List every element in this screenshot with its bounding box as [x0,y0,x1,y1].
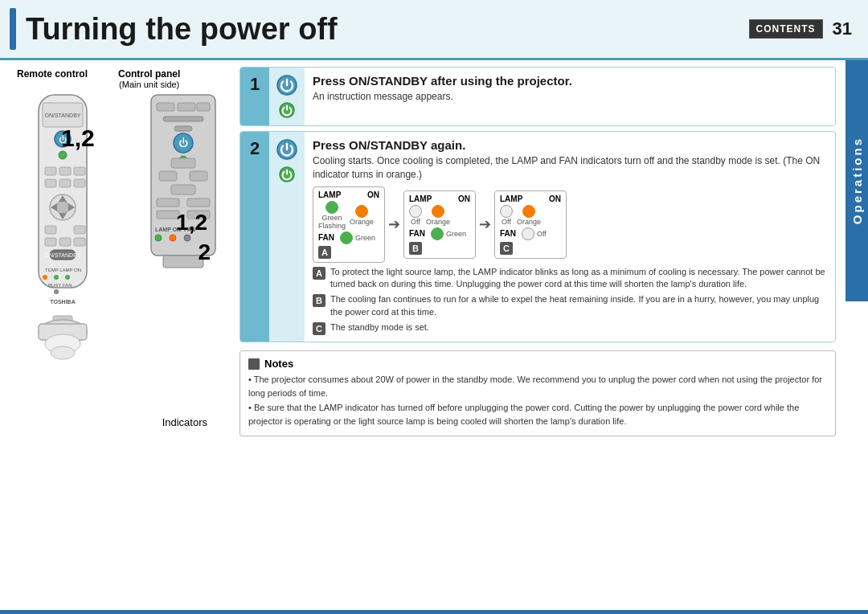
header-accent-bar [10,8,16,50]
indicator-box-b: LAMP ON Off Orange [403,190,476,259]
svg-rect-40 [197,103,210,111]
note-text-c: The standby mode is set. [330,321,429,334]
svg-point-56 [170,235,176,241]
note-items: A To protect the light source lamp, the … [313,266,827,336]
svg-rect-48 [171,185,195,194]
svg-point-26 [43,275,47,280]
step-1-desc: An instruction message appears. [313,90,827,104]
ind-a-lamp: LAMP [318,190,341,199]
ind-letter-c: C [500,242,513,255]
svg-rect-38 [157,103,174,111]
svg-point-55 [155,235,162,241]
ind-c-fan: FAN [500,229,516,238]
step-2-number: 2 [250,138,260,159]
note-p-2: Be sure that the LAMP indicator has turn… [248,401,827,428]
power-icon-step2 [276,138,298,161]
step-1-box: 1 Press ON/STANDBY after using the proje… [240,67,836,126]
svg-point-27 [54,275,59,280]
power-icon-step1 [276,74,298,96]
svg-rect-8 [74,167,85,175]
notes-header: Notes [248,358,827,370]
circle-c-on [522,205,535,218]
page-number: 31 [833,18,852,39]
ind-letter-b: B [409,242,422,255]
svg-text:BUSY FAN: BUSY FAN [48,283,72,288]
svg-rect-11 [74,179,85,187]
bottom-line [0,610,868,614]
step-1-number-col: 1 [240,68,269,125]
circle-b-lamp [409,205,422,218]
notes-title: Notes [264,358,293,370]
ind-a-fan: FAN [318,233,334,242]
svg-rect-9 [45,179,56,187]
svg-text:TOSHIBA: TOSHIBA [50,299,75,305]
control-panel-label: Control panel [118,68,180,80]
ind-b-on-label: Orange [426,218,450,226]
step-2-desc: Cooling starts. Once cooling is complete… [313,154,827,182]
header-right: CONTENTS 31 [749,18,852,39]
svg-rect-47 [190,171,207,181]
ind-c-fan-label: Off [537,230,547,238]
ind-letter-a: A [318,246,331,259]
svg-point-36 [51,346,75,359]
step-2-box: 2 Press ON/STANDBY again. Cooling starts… [240,131,836,342]
circle-b-on [432,205,444,218]
ind-c-on-label: Orange [517,218,541,226]
circle-a-on [355,205,368,218]
svg-rect-41 [163,117,203,121]
svg-rect-39 [178,103,195,111]
operations-sidebar: Operations [845,60,868,301]
svg-rect-22 [74,238,85,246]
main-content: Remote control Control panel (Main unit … [0,60,868,614]
svg-point-5 [59,151,67,159]
svg-rect-7 [59,167,71,175]
ind-c-lamp: LAMP [500,194,522,203]
label-2-panel: 2 [198,239,211,265]
svg-rect-49 [171,158,195,168]
notes-body: The projector consumes about 20W of powe… [248,373,827,428]
svg-rect-21 [59,238,71,246]
svg-rect-20 [45,238,56,246]
circle-b-fan [431,227,444,240]
note-item-c: C The standby mode is set. [313,321,827,335]
sidebar-label: Operations [850,137,864,224]
ind-a-flash: Flashing [318,222,346,230]
ind-c-lamp-label: Off [502,218,511,226]
ind-b-on: ON [458,194,470,203]
indicator-box-a: LAMP ON Green Flashing Orange [313,186,385,263]
label-12-remote: 1,2 [61,125,95,152]
right-panel: 1 Press ON/STANDBY after using the proje… [233,60,868,614]
svg-point-30 [54,289,59,294]
header-title-bar: Turning the power off [10,8,338,50]
step-1-title: Press ON/STANDBY after using the project… [313,74,827,88]
notes-section: Notes The projector consumes about 20W o… [240,350,836,436]
ind-a-fan-label: Green [355,234,375,242]
page-title: Turning the power off [26,12,338,47]
svg-text:ON/STANDBY: ON/STANDBY [45,113,81,118]
arrow-2: ➔ [479,215,491,233]
arrow-1: ➔ [388,215,400,233]
power-icon-step1-small [278,101,296,119]
step-2-title: Press ON/STANDBY again. [313,138,827,152]
step-1-icon-col [269,68,305,125]
svg-point-13 [56,201,69,214]
svg-text:ON/STANDBY: ON/STANDBY [45,252,81,258]
circle-a-lamp [326,201,338,214]
note-text-a: To protect the light source lamp, the LA… [330,266,827,291]
note-p-1: The projector consumes about 20W of powe… [248,373,827,399]
svg-rect-6 [45,167,56,175]
power-icon-step2-small [278,166,296,183]
svg-rect-10 [59,179,71,187]
svg-text:⏻: ⏻ [178,137,188,149]
ind-a-on: ON [367,190,379,199]
step-2-number-col: 2 [240,132,269,342]
svg-rect-46 [159,171,177,181]
svg-text:TEMP LAMP ON: TEMP LAMP ON [45,268,81,272]
svg-rect-42 [174,126,192,131]
contents-button[interactable]: CONTENTS [749,19,823,39]
indicators-label: Indicators [162,416,207,428]
control-panel-svg: ⏻ LAMP ON FAN [147,91,219,316]
label-12-panel: 1,2 [176,210,207,235]
step-2-icon-col [269,132,305,342]
ind-b-lamp-label: Off [411,218,420,226]
